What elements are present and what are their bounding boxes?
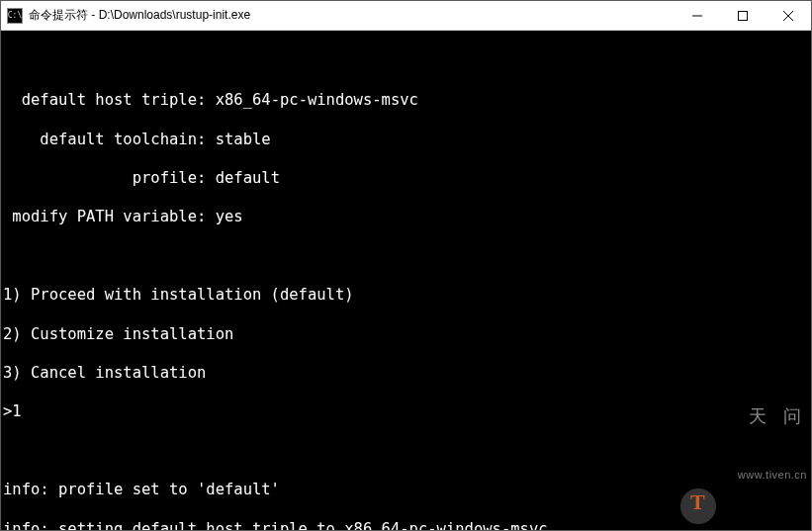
terminal-output[interactable]: default host triple: x86_64-pc-windows-m… (1, 31, 811, 530)
blank-line (3, 52, 809, 72)
blank-line (3, 442, 809, 462)
config-path-label: modify PATH variable: (3, 208, 216, 225)
config-toolchain: default toolchain: stable (3, 131, 809, 150)
config-toolchain-value: stable (216, 131, 271, 148)
cmd-icon: C:\ (7, 8, 23, 24)
info-profile: info: profile set to 'default' (3, 481, 809, 500)
maximize-icon (738, 11, 748, 21)
config-profile-label: profile: (3, 169, 216, 187)
user-input: >1 (3, 402, 809, 422)
minimize-button[interactable] (675, 1, 720, 31)
window-title: 命令提示符 - D:\Downloads\rustup-init.exe (29, 7, 250, 24)
config-host-label: default host triple: (3, 91, 216, 109)
titlebar: C:\ 命令提示符 - D:\Downloads\rustup-init.exe (1, 1, 811, 31)
minimize-icon (692, 11, 702, 21)
close-icon (783, 11, 793, 21)
window-frame: C:\ 命令提示符 - D:\Downloads\rustup-init.exe… (0, 0, 812, 531)
option-2: 2) Customize installation (3, 325, 809, 345)
option-1: 1) Proceed with installation (default) (3, 286, 809, 306)
config-profile: profile: default (3, 169, 809, 189)
config-profile-value: default (216, 169, 280, 187)
config-host-value: x86_64-pc-windows-msvc (216, 91, 418, 109)
info-host: info: setting default host triple to x86… (3, 520, 809, 530)
blank-line (3, 247, 809, 267)
maximize-button[interactable] (720, 1, 766, 31)
option-3: 3) Cancel installation (3, 364, 809, 384)
config-toolchain-label: default toolchain: (3, 131, 216, 148)
cmd-icon-text: C:\ (8, 12, 22, 20)
config-path: modify PATH variable: yes (3, 208, 809, 227)
config-path-value: yes (216, 208, 243, 225)
config-host: default host triple: x86_64-pc-windows-m… (3, 91, 809, 111)
svg-rect-1 (739, 11, 748, 20)
close-button[interactable] (766, 1, 811, 31)
